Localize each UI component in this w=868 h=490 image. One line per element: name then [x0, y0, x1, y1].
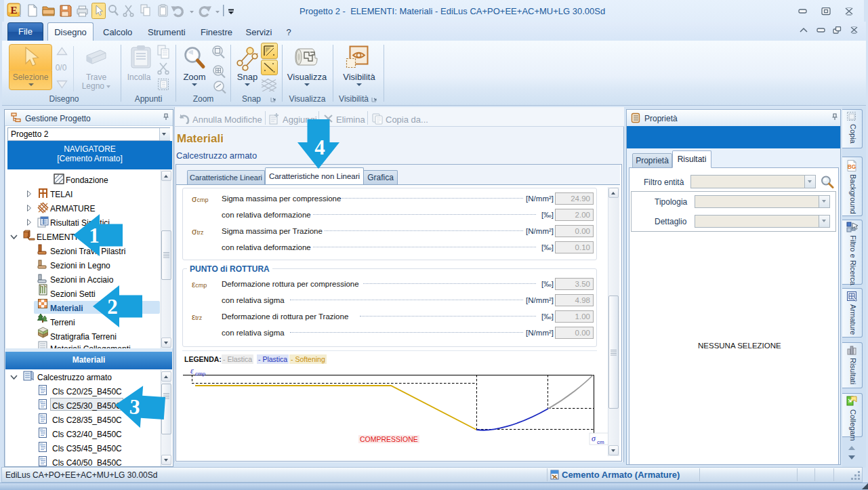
- svg-text:cmp: cmp: [195, 371, 206, 377]
- svg-text:3: 3: [129, 394, 141, 419]
- svg-text:2: 2: [107, 295, 118, 319]
- svg-text:cm: cm: [597, 439, 604, 445]
- svg-text:E: E: [10, 5, 17, 16]
- svg-text:ε: ε: [190, 366, 194, 375]
- svg-text:BG: BG: [848, 163, 856, 170]
- svg-text:4: 4: [314, 136, 325, 159]
- svg-text:1: 1: [89, 224, 100, 247]
